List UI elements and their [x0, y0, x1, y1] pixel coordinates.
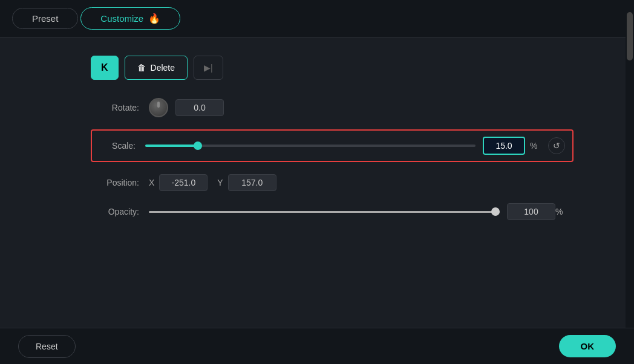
customize-label: Customize — [100, 13, 143, 24]
opacity-label: Opacity: — [91, 207, 139, 216]
opacity-unit: % — [555, 207, 567, 216]
opacity-slider-container — [149, 206, 500, 218]
scale-reset-button[interactable]: ↺ — [548, 137, 565, 154]
opacity-slider[interactable] — [149, 211, 500, 213]
scale-label: Scale: — [99, 141, 136, 151]
rotate-value[interactable]: 0.0 — [175, 99, 224, 116]
main-content: K 🗑 Delete ▶| Rotate: 0.0 Scale: 15.0 % … — [0, 37, 634, 244]
rotate-knob[interactable] — [149, 98, 168, 117]
position-x-value[interactable]: -251.0 — [159, 174, 208, 191]
tab-bar: Preset Customize 🔥 — [0, 0, 634, 37]
rotate-row: Rotate: 0.0 — [91, 98, 574, 117]
reset-button[interactable]: Reset — [18, 335, 76, 358]
rotate-label: Rotate: — [91, 103, 139, 112]
ok-button[interactable]: OK — [559, 335, 616, 357]
x-label: X — [149, 178, 154, 187]
delete-button[interactable]: 🗑 Delete — [125, 56, 188, 80]
trash-icon: 🗑 — [137, 63, 146, 73]
position-label: Position: — [91, 178, 139, 187]
tab-preset[interactable]: Preset — [12, 8, 78, 29]
scale-unit: % — [530, 141, 542, 151]
position-row: Position: X -251.0 Y 157.0 — [91, 174, 574, 191]
y-label: Y — [217, 178, 223, 187]
bottom-bar: Reset OK — [0, 328, 634, 364]
scale-value[interactable]: 15.0 — [483, 137, 525, 155]
k-button[interactable]: K — [91, 56, 119, 80]
opacity-row: Opacity: 100 % — [91, 203, 574, 220]
crown-icon: 🔥 — [148, 13, 160, 24]
next-button[interactable]: ▶| — [194, 56, 223, 80]
opacity-value[interactable]: 100 — [507, 203, 555, 220]
action-buttons: K 🗑 Delete ▶| — [91, 56, 574, 80]
position-y-value[interactable]: 157.0 — [228, 174, 276, 191]
scale-slider[interactable] — [145, 145, 476, 147]
scale-slider-container — [145, 140, 476, 152]
scale-row: Scale: 15.0 % ↺ — [91, 129, 574, 162]
delete-label: Delete — [151, 63, 175, 73]
tab-customize[interactable]: Customize 🔥 — [80, 7, 180, 30]
